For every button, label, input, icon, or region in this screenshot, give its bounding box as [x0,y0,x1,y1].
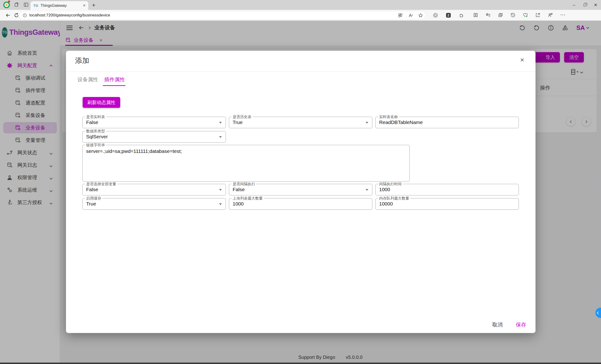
field-value: server=.;uid=sa;pwd=111111;database=test… [86,148,182,154]
field-value: 1000 [379,187,390,192]
save-button[interactable]: 保存 [516,321,526,328]
browser-tab-title: ThingsGateway [41,3,83,8]
dialog-header-divider [66,72,535,72]
favorites-bar-icon[interactable] [485,12,491,18]
collections-icon[interactable] [498,12,503,18]
vertical-tabs-icon[interactable] [23,2,29,7]
workspaces-icon[interactable] [14,2,19,7]
add-device-dialog: 添加 × 设备属性 插件属性 刷新动态属性 是否实时表 False 是否历史表 … [66,51,535,333]
connection-string-textarea[interactable]: 链接字符串 server=.;uid=sa;pwd=111111;databas… [82,145,410,182]
history-icon[interactable] [510,12,516,18]
chevron-left-icon [597,311,600,314]
field-value: False [86,120,98,125]
browser-logo-icon[interactable] [3,2,10,8]
field-label: 上传列表最大数量 [231,196,264,201]
field-label: 实时表名称 [378,115,399,119]
database-type-select[interactable]: 数据库类型 SqlServer [82,131,226,142]
field-label: 链接字符串 [85,143,106,147]
browser-tab[interactable]: TG ThingsGateway × [30,1,88,10]
enable-cache-select[interactable]: 启用缓存 True [82,198,226,210]
split-apps-icon[interactable] [398,13,403,18]
dropdown-caret-icon[interactable] [219,122,222,123]
tab-close-icon[interactable]: × [83,3,85,8]
share-icon[interactable] [535,12,541,18]
split-screen-icon[interactable] [473,12,478,18]
select-all-variables-select[interactable]: 是否选择全部变量 False [82,184,226,195]
field-value: False [233,187,245,192]
field-label: 是否选择全部变量 [85,182,117,186]
refresh-dynamic-properties-button[interactable]: 刷新动态属性 [83,97,120,108]
site-favicon: TG [33,3,38,8]
history-table-select[interactable]: 是否历史表 True [229,117,372,128]
settings-more-icon[interactable]: ⋯ [560,12,565,18]
extensions-puzzle-icon[interactable] [459,12,464,18]
dialog-title: 添加 [75,56,89,66]
tab-device-properties[interactable]: 设备属性 [78,76,98,83]
field-label: 间隔执行时间 [378,182,403,186]
interval-execution-time-input[interactable]: 间隔执行时间 1000 [375,184,519,195]
z-extension-icon[interactable]: Z [446,13,451,18]
upload-list-max-input[interactable]: 上传列表最大数量 1000 [229,198,372,210]
browser-essentials-icon[interactable] [523,12,528,18]
field-value: ReadDBTableName [379,120,423,125]
close-window-button[interactable]: × [590,2,601,8]
dropdown-caret-icon[interactable] [219,189,222,191]
field-label: 是否实时表 [85,115,106,119]
restore-icon [584,4,586,6]
favorites-star-icon[interactable] [418,13,423,18]
field-label: 数据库类型 [85,129,106,133]
field-value: 10000 [379,201,393,207]
screen: TG ThingsGateway × + – × localhost:7200/… [0,0,601,364]
memory-queue-max-input[interactable]: 内存队列最大数量 10000 [375,198,519,210]
field-label: 是否间隔执行 [231,182,256,186]
dialog-footer: 取消 保存 [492,321,526,328]
url-text[interactable]: localhost:7200/gatewayconfig/businessdev… [29,13,393,18]
dropdown-caret-icon[interactable] [219,203,222,205]
browser-toolbar: localhost:7200/gatewayconfig/businessdev… [0,10,601,21]
field-value: False [86,187,98,192]
realtime-table-name-input[interactable]: 实时表名称 ReadDBTableName [375,117,519,128]
dropdown-caret-icon[interactable] [366,122,368,123]
dialog-close-icon[interactable]: × [520,56,524,64]
notification-badge [8,0,10,3]
disabled-extension-icon[interactable]: ✲ [433,13,438,18]
feedback-person-icon[interactable] [548,12,553,18]
field-label: 是否历史表 [231,115,253,119]
refresh-button-label: 刷新动态属性 [87,99,116,106]
dropdown-caret-icon[interactable] [366,189,368,191]
tab-plugin-properties[interactable]: 插件属性 [104,76,125,83]
browser-tab-strip: TG ThingsGateway × + – × [0,0,601,10]
field-value: 1000 [233,201,244,207]
field-value: True [233,120,242,125]
site-info-icon[interactable] [22,13,27,18]
minimize-button[interactable]: – [569,2,579,8]
address-bar[interactable]: localhost:7200/gatewayconfig/businessdev… [19,11,425,19]
active-tab-underline [103,85,125,86]
read-aloud-icon[interactable] [408,13,413,18]
field-value: SqlServer [86,134,108,140]
field-label: 内存队列最大数量 [378,196,410,201]
restore-button[interactable] [579,2,590,8]
realtime-table-select[interactable]: 是否实时表 False [82,117,226,128]
field-label: 启用缓存 [85,196,102,201]
bottom-edge-strip [0,363,601,364]
dropdown-caret-icon[interactable] [219,136,222,138]
cancel-button[interactable]: 取消 [492,321,503,328]
field-value: True [86,201,96,207]
new-tab-button[interactable]: + [92,2,95,9]
back-icon[interactable] [5,12,11,18]
refresh-icon[interactable] [14,12,19,18]
interval-execution-select[interactable]: 是否间隔执行 False [229,184,372,195]
window-controls: – × [569,0,601,10]
